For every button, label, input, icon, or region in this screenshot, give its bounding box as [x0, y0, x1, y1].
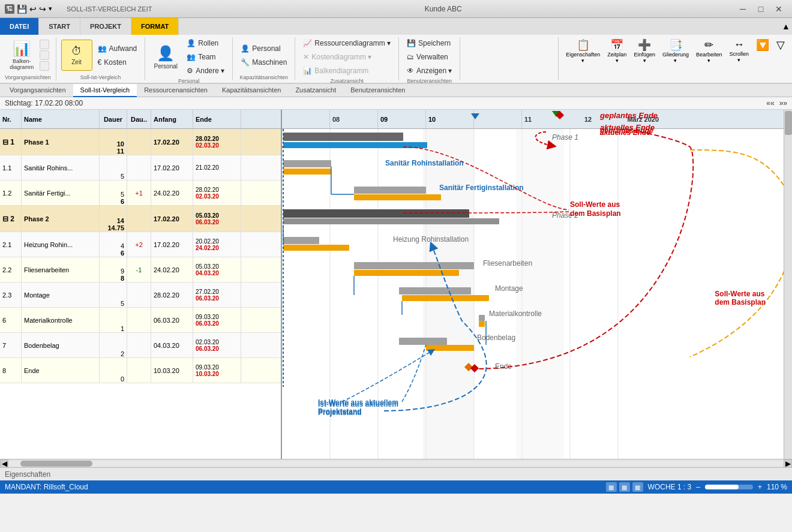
- scroll-right-button[interactable]: ▶: [784, 459, 792, 468]
- cell-nr: 1.2: [0, 181, 22, 205]
- balken-res-icon: 📊: [303, 67, 312, 75]
- tab-format[interactable]: FORMAT: [131, 18, 179, 35]
- status-icon-2: ▦: [619, 482, 630, 492]
- cell-ende: 20.02.2024.02.20: [193, 232, 241, 257]
- einfuegen-button[interactable]: ➕ Einfügen ▾: [631, 37, 658, 65]
- quick-access-save[interactable]: 💾: [17, 4, 27, 14]
- col-header-nr: Nr.: [0, 110, 22, 128]
- andere-button[interactable]: ⚙ Andere ▾: [184, 65, 227, 77]
- cell-dau: +2: [127, 232, 151, 257]
- stichtag-bar: Stichtag: 17.02.20 08:00 «« »»: [0, 97, 792, 110]
- viewtab-vorgangs[interactable]: Vorgangsansichten: [2, 84, 73, 97]
- cell-dau: -1: [127, 257, 151, 282]
- quick-access-undo[interactable]: ↩: [29, 4, 37, 14]
- table-row: 2.3 Montage 5 28.02.20 27.02.2006.03.20: [0, 282, 281, 308]
- kosten-button[interactable]: € Kosten: [95, 56, 140, 68]
- zeit-button[interactable]: ⏱ Zeit: [61, 40, 92, 71]
- viewtab-soll-ist[interactable]: Soll-Ist-Vergleich: [73, 84, 137, 97]
- table-row: 2.1 Heizung Rohin... 46 +2 17.02.20 20.0…: [0, 232, 281, 257]
- bearbeiten-button[interactable]: ✏ Bearbeiten ▾: [694, 37, 725, 65]
- nav-next[interactable]: »»: [779, 99, 787, 107]
- cell-dau: [127, 282, 151, 307]
- viewtab-kapazitaet[interactable]: Kapazitätsansichten: [215, 84, 288, 97]
- svg-rect-24: [479, 321, 485, 327]
- cell-nr: ⊟ 1: [0, 129, 22, 155]
- quick-access-more[interactable]: ▾: [49, 5, 52, 13]
- andere-icon: ⚙: [187, 67, 193, 75]
- svg-text:Heizung Rohinstallation: Heizung Rohinstallation: [393, 235, 469, 244]
- ressourcendiagramm-button[interactable]: 📈 Ressourcendiagramm ▾: [300, 37, 394, 49]
- filter2-button[interactable]: ▽: [774, 37, 787, 65]
- svg-text:Fliesenarbeiten: Fliesenarbeiten: [483, 259, 532, 267]
- close-button[interactable]: ✕: [770, 2, 787, 16]
- cell-dau: [127, 206, 151, 232]
- nav-prev[interactable]: ««: [766, 99, 774, 107]
- svg-text:Soll-Werte aus: Soll-Werte aus: [570, 200, 620, 209]
- zoom-slider[interactable]: [705, 485, 753, 489]
- zoom-minus[interactable]: –: [696, 483, 700, 491]
- anzeigen-button[interactable]: 👁 Anzeigen ▾: [404, 65, 455, 77]
- aufwand-button[interactable]: 👥 Aufwand: [95, 43, 140, 55]
- maximize-button[interactable]: □: [752, 2, 769, 16]
- tab-datei[interactable]: DATEI: [0, 18, 39, 35]
- svg-rect-11: [283, 160, 331, 167]
- view-tabs: Vorgangsansichten Soll-Ist-Vergleich Res…: [0, 84, 792, 97]
- quick-access-redo[interactable]: ↪: [39, 4, 46, 14]
- gliederung-button[interactable]: 📑 Gliederung ▾: [660, 37, 691, 65]
- kap-personal-button[interactable]: 👤 Personal: [238, 43, 290, 55]
- group-label-benutzer: Benutzeransichten: [407, 78, 452, 84]
- verwalten-icon: 🗂: [407, 53, 414, 61]
- svg-rect-22: [402, 295, 489, 301]
- cell-name: Bodenbelag: [22, 333, 100, 357]
- team-button[interactable]: 👥 Team: [184, 51, 227, 63]
- maschinen-button[interactable]: 🔧 Maschinen: [238, 56, 290, 68]
- tab-projekt[interactable]: PROJEKT: [80, 18, 131, 35]
- cell-name: Montage: [22, 282, 100, 307]
- balken-res-button[interactable]: 📊 Balkendiagramm: [300, 65, 394, 77]
- eigenschaften-button[interactable]: 📋 Eigenschaften ▾: [563, 37, 602, 65]
- table-row: ⊟ 2 Phase 2 1414.75 17.02.20 05.03.2006.…: [0, 206, 281, 232]
- rollen-button[interactable]: 👤 Rollen: [184, 37, 227, 49]
- scroll-left-button[interactable]: ◀: [0, 459, 8, 468]
- personal-button[interactable]: 👤 Personal: [150, 41, 181, 73]
- speichern-label: Speichern: [418, 39, 451, 47]
- cell-nr: 8: [0, 358, 22, 383]
- svg-rect-26: [426, 345, 474, 351]
- cell-name: Sanitär Fertigi...: [22, 181, 100, 205]
- v-scrollbar[interactable]: [784, 110, 792, 459]
- viewtab-benutzer[interactable]: Benutzeransichten: [343, 84, 412, 97]
- cell-nr: 2.2: [0, 257, 22, 282]
- filter-button[interactable]: 🔽: [754, 37, 772, 65]
- zoom-plus[interactable]: +: [758, 483, 762, 491]
- tab-start[interactable]: START: [39, 18, 80, 35]
- zeitplan-button[interactable]: 📅 Zeitplan ▾: [605, 37, 629, 65]
- viewtab-zusatz[interactable]: Zusatzansicht: [288, 84, 343, 97]
- speichern-button[interactable]: 💾 Speichern: [404, 37, 455, 49]
- cell-dauer: 5: [100, 282, 127, 307]
- ribbon-collapse[interactable]: ▲: [780, 18, 792, 35]
- kostendiagramm-button[interactable]: ✕ Kostendiagramm ▾: [300, 51, 394, 63]
- h-scrollbar[interactable]: ◀ ▶: [0, 459, 792, 467]
- cell-ende: 21.02.20: [193, 155, 241, 180]
- cell-nr: 7: [0, 333, 22, 357]
- svg-text:Sanitär Rohinstallation: Sanitär Rohinstallation: [385, 159, 464, 167]
- cell-dau: [127, 308, 151, 332]
- table-row: 2.2 Fliesenarbeiten 98 -1 24.02.20 05.03…: [0, 257, 281, 282]
- balkendiagramm-button[interactable]: 📊 Balken-diagramm: [6, 40, 37, 71]
- kap-personal-label: Personal: [252, 44, 280, 53]
- table-row: ⊟ 1 Phase 1 1011 17.02.20 28.02.2002.03.…: [0, 129, 281, 155]
- minimize-button[interactable]: ─: [734, 2, 751, 16]
- viewtab-ressourcen[interactable]: Ressourcenansichten: [137, 84, 215, 97]
- svg-rect-18: [283, 245, 349, 251]
- mandant-label: MANDANT: Rillsoft_Cloud: [5, 483, 88, 491]
- personal-label: Personal: [154, 63, 178, 70]
- group-label-vorgangs: Vorgangsansichten: [5, 74, 51, 80]
- gantt-chart: 09 10 März 2020 08 11 12: [282, 110, 792, 459]
- scrollen-button[interactable]: ↔ Scrollen ▾: [727, 37, 751, 65]
- cell-name: Phase 2: [22, 206, 100, 232]
- verwalten-button[interactable]: 🗂 Verwalten: [404, 51, 455, 63]
- scroll-thumb[interactable]: [20, 461, 92, 467]
- zoom-value: 110 %: [767, 483, 787, 491]
- aufwand-label: Aufwand: [109, 44, 137, 53]
- cell-name: Fliesenarbeiten: [22, 257, 100, 282]
